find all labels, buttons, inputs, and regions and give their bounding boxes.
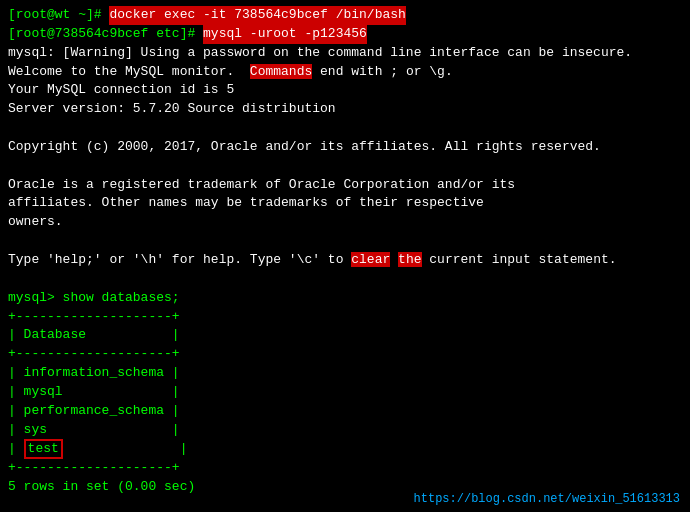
line-oracle3: owners. — [8, 213, 682, 232]
prompt2: [root@738564c9bcef etc]# — [8, 25, 203, 44]
cmd-docker: docker exec -it 738564c9bcef /bin/bash — [109, 6, 405, 25]
line-help: Type 'help;' or '\h' for help. Type '\c'… — [8, 251, 682, 270]
cmd-mysql: mysql -uroot -p123456 — [203, 25, 367, 44]
line-welcome: Welcome to the MySQL monitor. Commands e… — [8, 63, 682, 82]
line-warning: mysql: [Warning] Using a password on the… — [8, 44, 682, 63]
line-db-info-schema: | information_schema | — [8, 364, 682, 383]
prompt1: [root@wt ~]# — [8, 6, 109, 25]
blank1 — [8, 119, 682, 138]
line-db-test: | test | — [8, 439, 682, 459]
test-highlight: test — [24, 439, 63, 459]
terminal: [root@wt ~]# docker exec -it 738564c9bce… — [0, 0, 690, 512]
line-db-mysql: | mysql | — [8, 383, 682, 402]
line-mysql-login: [root@738564c9bcef etc]# mysql -uroot -p… — [8, 25, 682, 44]
line-connid: Your MySQL connection id is 5 — [8, 81, 682, 100]
blank3 — [8, 232, 682, 251]
line-db-header: | Database | — [8, 326, 682, 345]
footer-url: https://blog.csdn.net/weixin_51613313 — [414, 492, 680, 506]
line-copyright: Copyright (c) 2000, 2017, Oracle and/or … — [8, 138, 682, 157]
blank2 — [8, 157, 682, 176]
line-oracle2: affiliates. Other names may be trademark… — [8, 194, 682, 213]
line-sep3: +--------------------+ — [8, 459, 682, 478]
blank4 — [8, 270, 682, 289]
line-sep2: +--------------------+ — [8, 345, 682, 364]
line-version: Server version: 5.7.20 Source distributi… — [8, 100, 682, 119]
line-db-perf-schema: | performance_schema | — [8, 402, 682, 421]
line-docker-exec: [root@wt ~]# docker exec -it 738564c9bce… — [8, 6, 682, 25]
line-show-db: mysql> show databases; — [8, 289, 682, 308]
line-db-sys: | sys | — [8, 421, 682, 440]
line-sep1: +--------------------+ — [8, 308, 682, 327]
line-oracle1: Oracle is a registered trademark of Orac… — [8, 176, 682, 195]
